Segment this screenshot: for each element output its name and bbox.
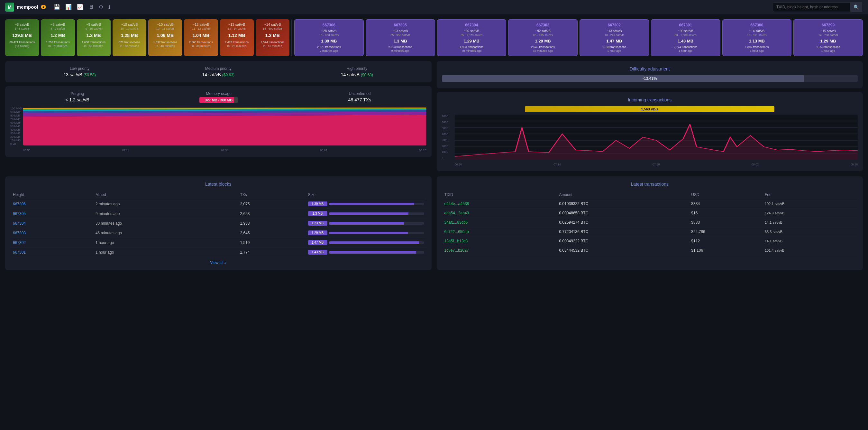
mblock-sat: ~10 sat/vB [115, 23, 144, 26]
table-row: 667305 9 minutes ago 2,653 1.3 MB [10, 209, 427, 219]
cblock-time: 1 hour ago [725, 49, 789, 53]
block-height-link[interactable]: 667301 [10, 248, 93, 257]
nav-icon-chart[interactable]: 📈 [77, 4, 83, 10]
table-row: 667302 1 hour ago 1,519 1.47 MB [10, 238, 427, 248]
mblock-range: 10 - 11 sat/vB [151, 27, 180, 30]
tx-fee: 124.9 sat/vB [762, 208, 858, 218]
tx-amount: 0.00048658 BTC [557, 208, 689, 218]
table-row: 667304 30 minutes ago 1,933 1.23 MB [10, 219, 427, 228]
mblock-txs: 2,472 transactions [222, 40, 251, 44]
tx-id[interactable]: e444e...a4538 [442, 199, 557, 208]
block-mined: 1 hour ago [93, 248, 238, 257]
tx-fee: 102.1 sat/vB [762, 199, 858, 208]
confirmed-block-3[interactable]: 667303 ~92 sat/vB 65 - 775 sat/vB 1.29 M… [508, 19, 578, 56]
nav-icon-network[interactable]: ⚙ [99, 4, 103, 10]
confirmed-block-7[interactable]: 667299 ~15 sat/vB 14 - 790 sat/vB 1.29 M… [794, 19, 863, 56]
fee-high-label: High priority [341, 66, 373, 71]
cblock-sat: ~90 sat/vB [654, 29, 717, 33]
bottom-panels: Latest blocks Height Mined TXs Size 6673… [5, 176, 863, 270]
confirmed-block-1[interactable]: 667305 ~93 sat/vB 65 - 955 sat/vB 1.3 MB… [366, 19, 435, 56]
cblock-range: 53 - 1,809 sat/vB [654, 33, 717, 37]
blocks-divider [291, 19, 292, 56]
mempool-svg [23, 107, 427, 145]
cblock-sat: ~92 sat/vB [440, 29, 504, 33]
mblock-range: 11 - 12 sat/vB [187, 27, 215, 30]
search-input[interactable] [773, 3, 850, 11]
cblock-number: 667299 [796, 23, 860, 27]
mempool-block-7[interactable]: ~14 sat/vB 14 - 690 sat/vB 1.2 MB 2,574 … [256, 19, 289, 56]
block-height-link[interactable]: 667303 [10, 228, 93, 238]
confirmed-block-6[interactable]: 667300 ~14 sat/vB 13 - 311 sat/vB 1.13 M… [722, 19, 792, 56]
mempool-block-4[interactable]: ~10 sat/vB 10 - 11 sat/vB 1.06 MB 1,597 … [148, 19, 182, 56]
block-mined: 30 minutes ago [93, 219, 238, 228]
block-txs: 2,653 [238, 209, 306, 219]
cblock-sat: ~92 sat/vB [511, 29, 575, 33]
block-height-link[interactable]: 667304 [10, 219, 93, 228]
tx-id[interactable]: 6c722...659ab [442, 227, 557, 236]
mblock-time: In ~50 minutes [115, 45, 144, 48]
col-mined: Mined [93, 191, 238, 199]
cblock-range: 16 - 623 sat/vB [297, 33, 361, 37]
tx-id[interactable]: 13a5f...b13c8 [442, 236, 557, 246]
mempool-block-3[interactable]: ~10 sat/vB 10 - 10 sat/vB 1.28 MB 871 tr… [113, 19, 146, 56]
mblock-range: 1 - 8 sat/vB [8, 27, 36, 30]
block-height-link[interactable]: 667302 [10, 238, 93, 248]
tx-id[interactable]: 1c8e7...b2027 [442, 246, 557, 255]
mempool-block-2[interactable]: ~9 sat/vB 9 - 10 sat/vB 1.2 MB 1,680 tra… [77, 19, 111, 56]
nav-icon-stats[interactable]: 📊 [65, 4, 72, 10]
cblock-number: 667301 [654, 23, 717, 27]
logo[interactable]: M mempool ● [5, 3, 46, 11]
col-height: Height [10, 191, 93, 199]
mempool-block-5[interactable]: ~12 sat/vB 11 - 12 sat/vB 1.04 MB 2,560 … [184, 19, 218, 56]
cblock-txs: 2,653 transactions [369, 46, 432, 49]
incoming-chart: 7000 6000 5000 4000 3000 2000 1000 0 [442, 115, 858, 166]
difficulty-pct: -13.41% [643, 76, 657, 81]
mblock-size: 1.06 MB [151, 33, 180, 38]
cblock-sat: ~13 sat/vB [582, 29, 646, 33]
mblock-size: 1.2 MB [43, 33, 72, 38]
mblock-range: 12 - 14 sat/vB [222, 27, 251, 30]
confirmed-block-4[interactable]: 667302 ~13 sat/vB 13 - 241 sat/vB 1.47 M… [580, 19, 649, 56]
cblock-range: 13 - 311 sat/vB [725, 33, 789, 37]
mempool-block-0[interactable]: ~3 sat/vB 1 - 8 sat/vB 129.8 MB 30,471 t… [5, 19, 39, 56]
block-height-link[interactable]: 667305 [10, 209, 93, 219]
cblock-range: 13 - 241 sat/vB [582, 33, 646, 37]
mempool-block-6[interactable]: ~13 sat/vB 12 - 14 sat/vB 1.12 MB 2,472 … [220, 19, 254, 56]
incoming-chart-canvas [455, 115, 858, 160]
difficulty-title: Difficulty adjustment [442, 66, 858, 71]
nav-icon-wallet[interactable]: 💾 [54, 4, 60, 10]
cblock-number: 667302 [582, 23, 646, 27]
nav-icon-info[interactable]: ℹ [108, 4, 110, 10]
latest-txs-table: TXID Amount USD Fee e444e...a4538 0.0103… [442, 191, 858, 255]
cblock-time: 1 hour ago [654, 49, 717, 53]
tx-id[interactable]: eda54...2ab49 [442, 208, 557, 218]
mblock-txs: 871 transactions [115, 40, 144, 44]
block-height-link[interactable]: 667306 [10, 199, 93, 209]
confirmed-block-2[interactable]: 667304 ~92 sat/vB 65 - 1,370 sat/vB 1.29… [437, 19, 506, 56]
tx-id[interactable]: 34af1...83cb5 [442, 218, 557, 227]
table-row: 667301 1 hour ago 2,774 1.43 MB [10, 248, 427, 257]
confirmed-block-5[interactable]: 667301 ~90 sat/vB 53 - 1,809 sat/vB 1.43… [651, 19, 720, 56]
tx-amount: 0.02594274 BTC [557, 218, 689, 227]
mblock-time: In ~40 minutes [151, 45, 180, 48]
table-row: 667306 2 minutes ago 2,075 1.39 MB [10, 199, 427, 209]
table-row: e444e...a4538 0.01039322 BTC $334 102.1 … [442, 199, 858, 208]
col-fee: Fee [762, 191, 858, 199]
search-button[interactable]: 🔍 [850, 3, 862, 11]
mempool-block-1[interactable]: ~8 sat/vB 8 - 9 sat/vB 1.2 MB 1,252 tran… [41, 19, 74, 56]
blocks-row: ~3 sat/vB 1 - 8 sat/vB 129.8 MB 30,471 t… [5, 19, 863, 56]
incoming-y-labels: 7000 6000 5000 4000 3000 2000 1000 0 [442, 115, 455, 160]
cblock-txs: 2,645 transactions [511, 46, 575, 49]
mblock-sat: ~3 sat/vB [8, 23, 36, 26]
mempool-panel: Purging < 1.2 sat/vB Memory usage 327 MB… [5, 86, 432, 157]
cblock-size: 1.29 MB [440, 39, 504, 44]
cblock-size: 1.13 MB [725, 39, 789, 44]
cblock-range: 14 - 790 sat/vB [796, 33, 860, 37]
difficulty-fill [442, 75, 804, 82]
tx-fee: 14.1 sat/vB [762, 218, 858, 227]
nav-icon-monitor[interactable]: 🖥 [88, 4, 94, 10]
latest-blocks-body: 667306 2 minutes ago 2,075 1.39 MB 66730… [10, 199, 427, 257]
confirmed-block-0[interactable]: 667306 ~28 sat/vB 16 - 623 sat/vB 1.39 M… [294, 19, 364, 56]
mblock-sat: ~12 sat/vB [187, 23, 215, 26]
view-all-blocks[interactable]: View all » [10, 260, 427, 265]
